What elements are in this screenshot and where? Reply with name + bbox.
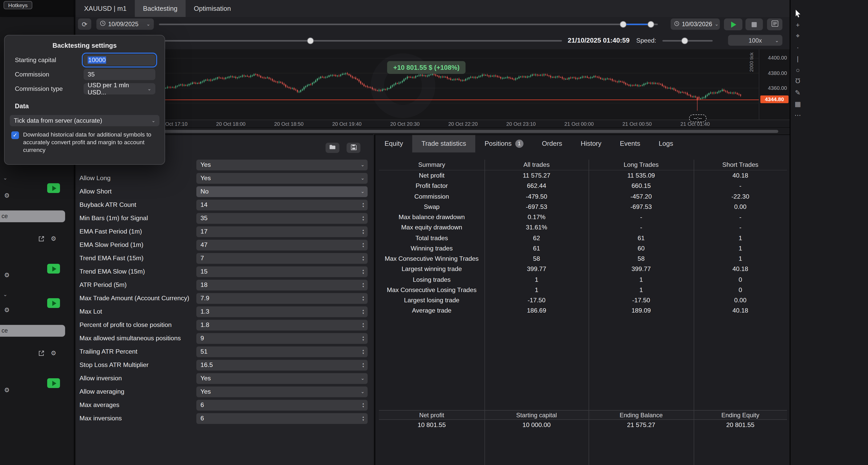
tab-orders[interactable]: Orders: [533, 135, 571, 152]
parameter-number-input[interactable]: 47▲▼: [196, 239, 368, 250]
target-icon[interactable]: ⌖: [790, 31, 805, 41]
strategy-settings-gear-icon[interactable]: ⚙: [4, 192, 10, 199]
tab-logs[interactable]: Logs: [650, 135, 682, 152]
strategy-start-button[interactable]: [47, 298, 60, 308]
strategy-settings-gear-icon[interactable]: ⚙: [4, 271, 10, 279]
results-summary-footer: Net profitStarting capitalEnding Balance…: [379, 410, 787, 431]
tab-history[interactable]: History: [571, 135, 611, 152]
restart-backtest-button[interactable]: ⟳: [78, 19, 91, 30]
starting-capital-input[interactable]: 10000: [84, 54, 155, 66]
stats-value: 399.77: [589, 266, 694, 273]
circle-tool-icon[interactable]: ○: [790, 65, 805, 75]
crosshair-icon[interactable]: +: [790, 20, 805, 30]
tab-trade-statistics[interactable]: Trade statistics: [412, 135, 475, 152]
strategy-start-button[interactable]: [47, 378, 60, 388]
tab-equity[interactable]: Equity: [375, 135, 412, 152]
speed-handle[interactable]: [681, 37, 688, 44]
tab-optimisation[interactable]: Optimisation: [186, 0, 239, 17]
parameter-select[interactable]: Yes⌄: [196, 159, 368, 170]
share-icon[interactable]: [38, 235, 44, 242]
sidebar-strategy-item[interactable]: ce: [0, 210, 65, 222]
stats-value: -: [694, 182, 787, 190]
parameter-number-input[interactable]: 18▲▼: [196, 280, 368, 290]
parameter-number-input[interactable]: 6▲▼: [196, 413, 368, 424]
parameter-number-input[interactable]: 14▲▼: [196, 199, 368, 210]
tab-backtesting[interactable]: Backtesting: [135, 0, 186, 17]
share-icon[interactable]: [38, 350, 44, 356]
magnet-icon[interactable]: Ω: [790, 76, 805, 86]
tick-scale-label: 2000 tick: [748, 52, 754, 72]
strategy-settings-gear-icon[interactable]: ⚙: [4, 307, 10, 314]
gear-icon[interactable]: ⚙: [51, 235, 56, 242]
strategy-start-button[interactable]: [47, 183, 60, 193]
start-date-picker[interactable]: 10/09/2025 ⌄: [96, 19, 154, 30]
parameter-number-input[interactable]: 1.8▲▼: [196, 319, 368, 330]
more-tools-icon[interactable]: ⋯: [790, 110, 805, 120]
commission-type-select[interactable]: USD per 1 mln USD... ⌄: [84, 83, 155, 94]
download-historical-data-checkbox[interactable]: [11, 132, 19, 139]
summary-header-row: Net profitStarting capitalEnding Balance…: [379, 410, 787, 420]
play-icon: [731, 21, 736, 27]
grid-icon[interactable]: ▦: [790, 98, 805, 109]
hotkeys-button[interactable]: Hotkeys: [4, 1, 32, 9]
parameter-select[interactable]: No⌄: [196, 186, 368, 197]
progress-handle[interactable]: [307, 37, 314, 44]
parameter-value: No: [200, 188, 361, 195]
strategy-start-button[interactable]: [47, 264, 60, 273]
report-panel-button[interactable]: [767, 19, 782, 30]
parameter-number-input[interactable]: 7▲▼: [196, 253, 368, 264]
stats-value: -: [589, 224, 694, 231]
progress-slider-track[interactable]: [159, 40, 562, 41]
parameter-number-input[interactable]: 9▲▼: [196, 333, 368, 344]
stop-backtest-button[interactable]: [745, 19, 763, 30]
dot-cursor-icon[interactable]: ·: [790, 42, 805, 52]
results-panel: EquityTrade statisticsPositions1OrdersHi…: [374, 135, 789, 465]
commission-input[interactable]: 35: [84, 69, 155, 80]
chevron-down-icon: ⌄: [152, 118, 155, 123]
price-chart[interactable]: +10 801.55 $ (+108%) 2000 tick 4400.0043…: [76, 49, 789, 127]
pencil-icon[interactable]: ✎: [790, 87, 805, 97]
sidebar-strategy-item[interactable]: ce: [0, 325, 65, 337]
save-parameters-button[interactable]: [347, 143, 361, 153]
date-range-slider-track[interactable]: [159, 24, 658, 25]
speed-slider-track[interactable]: [662, 40, 713, 41]
parameter-number-input[interactable]: 1.3▲▼: [196, 306, 368, 317]
load-parameters-button[interactable]: [326, 143, 339, 153]
range-start-handle[interactable]: [620, 21, 626, 28]
tab-events[interactable]: Events: [611, 135, 650, 152]
chart-scrollbar-thumb[interactable]: [78, 130, 778, 133]
chart-scrollbar[interactable]: [76, 127, 789, 135]
parameter-number-input[interactable]: 17▲▼: [196, 226, 368, 237]
tab-label: Logs: [659, 135, 673, 152]
strategy-settings-gear-icon[interactable]: ⚙: [4, 386, 10, 394]
parameter-select[interactable]: Yes⌄: [196, 373, 368, 384]
stats-row: Losing trades110: [379, 274, 787, 285]
parameter-number-input[interactable]: 6▲▼: [196, 400, 368, 410]
tab-xauusd-m1[interactable]: XAUUSD | m1: [76, 0, 135, 17]
stats-header: Summary: [379, 161, 485, 168]
collapse-chevron-icon[interactable]: ⌄: [3, 175, 7, 181]
parameter-number-input[interactable]: 16.5▲▼: [196, 359, 368, 370]
time-axis[interactable]: 20 Oct 17:1020 Oct 18:0020 Oct 18:5020 O…: [76, 120, 789, 127]
parameter-select[interactable]: Yes⌄: [196, 386, 368, 397]
parameter-number-input[interactable]: 51▲▼: [196, 346, 368, 357]
play-backtest-button[interactable]: [724, 19, 742, 30]
tab-positions[interactable]: Positions1: [475, 135, 533, 152]
gear-icon[interactable]: ⚙: [51, 350, 56, 357]
price-axis[interactable]: 4400.004380.004360.004344.80: [759, 49, 789, 120]
cursor-icon[interactable]: [790, 8, 805, 19]
stepper-arrows-icon: ▲▼: [362, 242, 365, 248]
line-tool-icon[interactable]: |: [790, 53, 805, 64]
parameter-number-input[interactable]: 15▲▼: [196, 266, 368, 277]
range-end-handle[interactable]: [648, 21, 654, 28]
stepper-arrows-icon: ▲▼: [362, 269, 365, 274]
collapse-chevron-icon[interactable]: ⌄: [3, 292, 7, 297]
data-source-select[interactable]: Tick data from server (accurate) ⌄: [10, 115, 159, 126]
parameter-select[interactable]: Yes⌄: [196, 173, 368, 183]
end-date-picker[interactable]: 10/03/2026 ⌄: [671, 19, 720, 30]
parameter-number-input[interactable]: 35▲▼: [196, 213, 368, 224]
parameter-number-input[interactable]: 7.9▲▼: [196, 293, 368, 303]
speed-multiplier-select[interactable]: 100x ⌄: [728, 35, 782, 46]
strategy-action-icons: ⚙: [38, 235, 56, 242]
time-tooltip: --:--: [689, 114, 707, 122]
